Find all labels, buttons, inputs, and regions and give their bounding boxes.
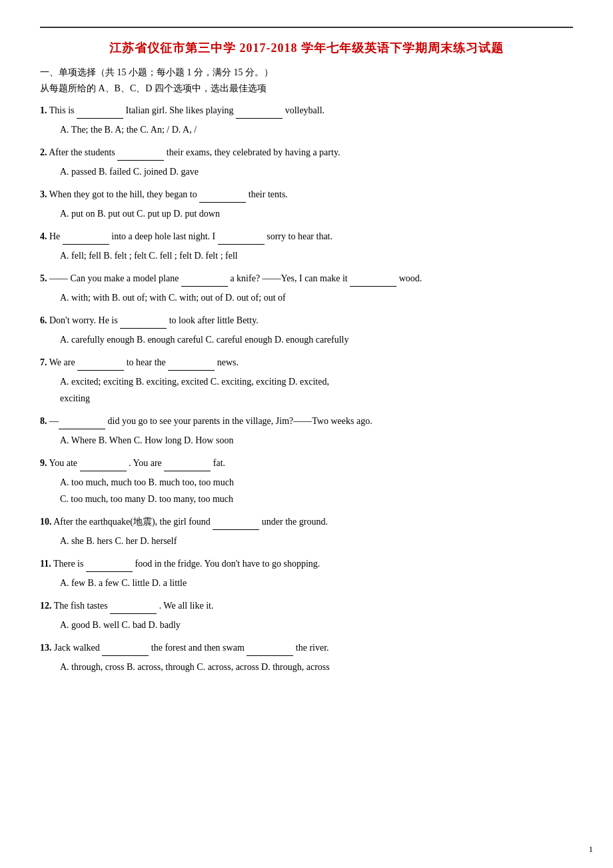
blank-2-1 bbox=[117, 150, 164, 161]
section-header: 一、单项选择（共 15 小题；每小题 1 分，满分 15 分。） bbox=[40, 67, 573, 79]
question-block-12: 12. The fish tastes . We all like it. A.… bbox=[40, 598, 573, 633]
blank-13-2 bbox=[247, 645, 293, 656]
question-text-12: 12. The fish tastes . We all like it. bbox=[40, 598, 573, 614]
blank-9-1 bbox=[80, 461, 127, 471]
top-divider bbox=[40, 27, 573, 28]
question-text-13: 13. Jack walked the forest and then swam… bbox=[40, 640, 573, 656]
question-text-9: 9. You ate . You are fat. bbox=[40, 455, 573, 471]
question-block-3: 3. When they got to the hill, they began… bbox=[40, 187, 573, 222]
options-1: A. The; the B. A; the C. An; / D. A, / bbox=[60, 121, 573, 138]
page-number: 1 bbox=[589, 844, 594, 855]
question-text-6: 6. Don't worry. He is to look after litt… bbox=[40, 313, 573, 329]
blank-1-1 bbox=[77, 108, 123, 119]
question-text-11: 11. There is food in the fridge. You don… bbox=[40, 556, 573, 572]
question-text-7: 7. We are to hear the news. bbox=[40, 355, 573, 371]
options-12: A. good B. well C. bad D. badly bbox=[60, 617, 573, 633]
option-line: C. too much, too many D. too many, too m… bbox=[60, 491, 573, 507]
options-10: A. she B. hers C. her D. herself bbox=[60, 533, 573, 549]
options-9: A. too much, much too B. much too, too m… bbox=[60, 474, 573, 507]
blank-3-1 bbox=[199, 192, 246, 203]
blank-7-1 bbox=[77, 360, 124, 371]
options-3: A. put on B. put out C. put up D. put do… bbox=[60, 205, 573, 222]
question-text-1: 1. This is Italian girl. She likes playi… bbox=[40, 103, 573, 119]
blank-11-1 bbox=[86, 561, 133, 572]
question-block-8: 8. — did you go to see your parents in t… bbox=[40, 413, 573, 449]
options-11: A. few B. a few C. little D. a little bbox=[60, 575, 573, 591]
page-title: 江苏省仪征市第三中学 2017-2018 学年七年级英语下学期周末练习试题 bbox=[40, 40, 573, 56]
blank-8-1 bbox=[59, 419, 105, 429]
blank-13-1 bbox=[102, 645, 149, 656]
question-block-7: 7. We are to hear the news.A. excited; e… bbox=[40, 355, 573, 407]
option-line: A. excited; exciting B. exciting, excite… bbox=[60, 373, 573, 390]
blank-10-1 bbox=[213, 519, 259, 530]
options-4: A. fell; fell B. felt ; felt C. fell ; f… bbox=[60, 247, 573, 264]
blank-1-2 bbox=[236, 108, 283, 119]
blank-4-2 bbox=[218, 234, 265, 245]
question-block-11: 11. There is food in the fridge. You don… bbox=[40, 556, 573, 591]
instruction: 从每题所给的 A、B、C、D 四个选项中，选出最佳选项 bbox=[40, 83, 573, 95]
options-7: A. excited; exciting B. exciting, excite… bbox=[60, 373, 573, 407]
question-block-5: 5. —— Can you make a model plane a knife… bbox=[40, 271, 573, 306]
options-6: A. carefully enough B. enough careful C.… bbox=[60, 331, 573, 348]
question-text-4: 4. He into a deep hole last night. I sor… bbox=[40, 229, 573, 245]
options-8: A. Where B. When C. How long D. How soon bbox=[60, 432, 573, 449]
options-2: A. passed B. failed C. joined D. gave bbox=[60, 163, 573, 180]
question-block-9: 9. You ate . You are fat.A. too much, mu… bbox=[40, 455, 573, 507]
question-block-13: 13. Jack walked the forest and then swam… bbox=[40, 640, 573, 675]
questions-container: 1. This is Italian girl. She likes playi… bbox=[40, 103, 573, 675]
option-line: A. too much, much too B. much too, too m… bbox=[60, 474, 573, 491]
options-13: A. through, cross B. across, through C. … bbox=[60, 659, 573, 675]
option-line: exciting bbox=[60, 390, 573, 407]
options-5: A. with; with B. out of; with C. with; o… bbox=[60, 289, 573, 306]
blank-5-2 bbox=[350, 276, 396, 287]
blank-7-2 bbox=[168, 360, 215, 371]
question-block-4: 4. He into a deep hole last night. I sor… bbox=[40, 229, 573, 264]
question-text-10: 10. After the earthquake(地震), the girl f… bbox=[40, 514, 573, 530]
blank-9-2 bbox=[164, 461, 211, 471]
question-block-10: 10. After the earthquake(地震), the girl f… bbox=[40, 514, 573, 549]
question-block-6: 6. Don't worry. He is to look after litt… bbox=[40, 313, 573, 348]
question-text-8: 8. — did you go to see your parents in t… bbox=[40, 413, 573, 429]
blank-12-1 bbox=[110, 603, 157, 614]
blank-6-1 bbox=[120, 318, 167, 329]
question-text-3: 3. When they got to the hill, they began… bbox=[40, 187, 573, 203]
question-block-2: 2. After the students their exams, they … bbox=[40, 145, 573, 180]
question-text-5: 5. —— Can you make a model plane a knife… bbox=[40, 271, 573, 287]
blank-5-1 bbox=[181, 276, 228, 287]
blank-4-1 bbox=[63, 234, 109, 245]
question-text-2: 2. After the students their exams, they … bbox=[40, 145, 573, 161]
question-block-1: 1. This is Italian girl. She likes playi… bbox=[40, 103, 573, 138]
